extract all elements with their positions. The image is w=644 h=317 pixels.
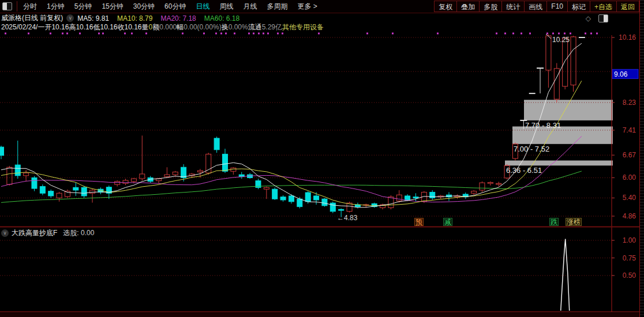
period-tab-2[interactable]: 5分钟 [74, 2, 92, 12]
candle-body [222, 154, 227, 171]
candle-body [206, 154, 211, 173]
candle-body [40, 187, 45, 194]
signal-dot [267, 33, 269, 35]
candle-body [0, 147, 4, 156]
action-buttons: 复权叠加多股统计画线F10标记+自选返回 [435, 1, 639, 12]
signal-dot [102, 33, 104, 35]
candle-body [563, 38, 568, 86]
signal-dot [182, 33, 184, 35]
signal-dot [248, 33, 250, 35]
industry-sector[interactable]: 其他专用设备 [282, 23, 324, 32]
signal-dot [596, 33, 598, 35]
candle-body [140, 174, 145, 179]
signal-dot [570, 33, 571, 35]
candle-body [131, 179, 136, 182]
price-tag-value: 9.06 [614, 70, 628, 78]
gap-zone-label: 7.70 - 8.31 [525, 121, 561, 130]
toolbar-button-3[interactable]: 统计 [501, 1, 525, 12]
period-tab-5[interactable]: 60分钟 [164, 2, 186, 12]
candle-body [339, 209, 344, 210]
signal-dot [98, 33, 100, 35]
diamond-icon[interactable]: ◇ [586, 14, 591, 22]
quote-field-3: 收10.16 [118, 23, 142, 32]
signal-dot [318, 33, 320, 35]
candle-body [15, 165, 20, 176]
candle-body [297, 199, 302, 206]
candle-body [480, 183, 485, 190]
period-tab-8[interactable]: 月线 [243, 2, 257, 12]
event-tag-2[interactable]: 跌 [549, 218, 559, 226]
candle-body [57, 193, 62, 198]
quote-field-6: 幅0.00(0.00%) [177, 23, 221, 32]
candle-body [164, 175, 170, 177]
ma5-line [1, 43, 582, 207]
indicator-name[interactable]: 大跌高量抄底F [12, 228, 57, 238]
period-tab-4[interactable]: 30分钟 [133, 2, 155, 12]
panel-layout-icon[interactable] [2, 2, 12, 10]
event-tag-0[interactable]: 预 [414, 218, 424, 226]
candle-body [123, 180, 128, 183]
candle-body [388, 197, 394, 208]
candle-body [73, 187, 78, 190]
quote-info-bar: 2025/02/24/一开10.16高10.16低10.16收10.16量0额0… [0, 23, 644, 32]
ma-value-1: MA10: 8.79 [117, 14, 152, 22]
window-edge-scrollbar[interactable] [639, 0, 644, 317]
kline-chart[interactable]: 10.168.237.416.676.005.404.8610.25←4.837… [0, 32, 644, 317]
candle-body [571, 37, 576, 85]
period-toolbar: 分时1分钟5分钟15分钟30分钟60分钟日线周线月线多周期更多 > 复权叠加多股… [0, 0, 644, 13]
title-bar: 威派格(日线 前复权) ∨ MA5: 9.81MA10: 8.79MA20: 7… [0, 13, 644, 23]
signal-dot [225, 33, 227, 35]
chevron-down-icon[interactable]: ∨ [1, 229, 9, 237]
signal-dot [131, 33, 133, 35]
signal-dot [5, 33, 6, 35]
event-tag-1[interactable]: 减 [443, 218, 452, 226]
high-annotation-label: 10.25 [552, 36, 570, 44]
price-axis-label: 6.67 [623, 151, 636, 159]
signal-dot [282, 33, 283, 35]
period-tab-9[interactable]: 多周期 [267, 2, 287, 12]
candle-body [305, 193, 310, 202]
ma-value-0: MA5: 9.81 [77, 14, 109, 22]
quote-field-4: 量0 [142, 23, 153, 32]
signal-dot [564, 33, 566, 35]
signal-dot [437, 33, 439, 35]
event-tag-3[interactable]: 涨榜 [566, 218, 582, 226]
candle-body [322, 199, 327, 206]
signal-dot [28, 33, 29, 35]
candle-body [413, 197, 418, 198]
toolbar-button-5[interactable]: F10 [546, 1, 568, 12]
period-tab-6[interactable]: 日线 [196, 2, 209, 12]
candle-body [90, 190, 95, 193]
toolbar-button-8[interactable]: 返回 [616, 1, 639, 12]
period-tab-10[interactable]: 更多 > [297, 2, 317, 12]
signal-dot [521, 33, 522, 35]
period-tab-3[interactable]: 15分钟 [102, 2, 123, 12]
period-tab-0[interactable]: 分时 [23, 2, 37, 12]
indicator-axis-label: 0.50 [623, 271, 636, 280]
toolbar-button-1[interactable]: 叠加 [456, 1, 480, 12]
toolbar-button-6[interactable]: 标记 [567, 1, 590, 12]
candle-body [280, 197, 286, 200]
gap-zone-box [524, 100, 613, 120]
chart-area[interactable]: 10.168.237.416.676.005.404.8610.25←4.837… [0, 32, 644, 317]
candle-body [24, 173, 29, 176]
toolbar-button-4[interactable]: 画线 [524, 1, 547, 12]
signal-dot [124, 33, 126, 35]
period-tab-1[interactable]: 1分钟 [47, 2, 65, 12]
toolbar-button-0[interactable]: 复权 [434, 1, 457, 12]
panel-split-icon[interactable] [598, 14, 608, 22]
price-axis-label: 6.00 [623, 173, 636, 182]
period-tabs: 分时1分钟5分钟15分钟30分钟60分钟日线周线月线多周期更多 > [20, 2, 317, 12]
toolbar-button-7[interactable]: +自选 [590, 1, 617, 12]
quote-field-7: 换0.00% [222, 23, 248, 32]
candle-body [115, 182, 120, 184]
candle-body [471, 191, 477, 194]
candle-body [7, 167, 12, 184]
indicator-spike [561, 239, 570, 311]
toolbar-button-2[interactable]: 多股 [479, 1, 502, 12]
price-axis-label: 5.40 [623, 194, 636, 202]
quote-field-8: 流通5.29亿 [248, 23, 282, 32]
chevron-down-icon[interactable]: ∨ [66, 14, 74, 22]
gap-zone-label: 7.00 - 7.52 [514, 145, 549, 153]
period-tab-7[interactable]: 周线 [219, 2, 233, 12]
